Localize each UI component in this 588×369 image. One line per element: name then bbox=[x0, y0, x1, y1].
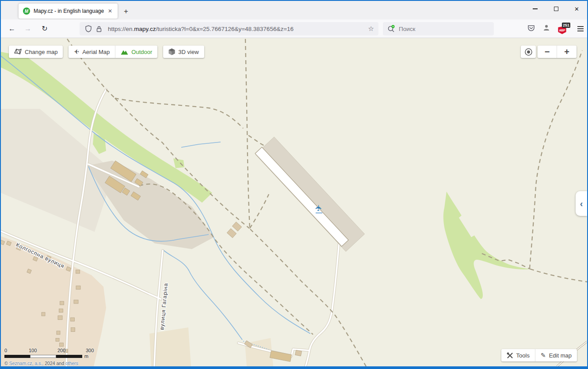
mapy-favicon-icon: M bbox=[23, 8, 30, 15]
toolbar-extensions: ABP 251 bbox=[527, 19, 584, 38]
maximize-button[interactable] bbox=[546, 1, 566, 17]
scale-unit: m bbox=[84, 354, 88, 358]
tools-icon bbox=[507, 352, 513, 359]
map-tools-bar: Tools ✎ Edit map bbox=[501, 349, 577, 361]
search-icon bbox=[387, 25, 395, 33]
plane-icon: ✈ bbox=[74, 48, 79, 55]
airport-plane-icon[interactable]: ✈ bbox=[314, 204, 324, 212]
cube-icon bbox=[168, 48, 175, 55]
close-icon: ✕ bbox=[574, 6, 579, 12]
adblock-icon[interactable]: ABP 251 bbox=[558, 23, 569, 34]
edit-map-button[interactable]: ✎ Edit map bbox=[535, 349, 577, 361]
minimize-icon bbox=[533, 8, 538, 9]
aerial-map-label: Aerial Map bbox=[82, 49, 110, 55]
aerial-map-button[interactable]: ✈ Aerial Map bbox=[69, 46, 115, 58]
change-map-button[interactable]: Change map bbox=[9, 46, 63, 58]
pencil-icon: ✎ bbox=[541, 352, 546, 359]
tab-close-icon[interactable]: ✕ bbox=[106, 7, 114, 15]
tab-bar: M Mapy.cz - in English language ✕ + ✕ bbox=[1, 1, 587, 19]
bookmark-star-icon[interactable]: ☆ bbox=[368, 25, 374, 33]
zoom-control: − + bbox=[538, 46, 577, 58]
3d-view-button[interactable]: 3D view bbox=[163, 46, 204, 58]
map-attribution: © Seznam.cz, a.s., 2024 and others bbox=[4, 361, 78, 366]
tracking-protection-shield-icon[interactable] bbox=[85, 25, 92, 32]
reload-button[interactable]: ↻ bbox=[38, 22, 51, 35]
window-controls: ✕ bbox=[525, 1, 587, 17]
location-target-icon bbox=[524, 48, 533, 56]
map-layer-controls: Change map ✈ Aerial Map Outdoor 3D view bbox=[9, 46, 204, 58]
tools-label: Tools bbox=[516, 352, 530, 359]
outdoor-label: Outdoor bbox=[131, 49, 152, 55]
mountains-icon bbox=[121, 49, 128, 55]
account-extension-icon[interactable] bbox=[543, 24, 550, 33]
browser-window: M Mapy.cz - in English language ✕ + ✕ ← … bbox=[0, 0, 588, 369]
attribution-source-link[interactable]: Seznam.cz, a.s., bbox=[9, 361, 44, 366]
zoom-out-button[interactable]: − bbox=[538, 46, 557, 58]
menu-icon[interactable] bbox=[577, 26, 584, 31]
airport-label bbox=[316, 212, 322, 214]
search-bar[interactable] bbox=[383, 22, 494, 35]
map-graphics: ✈ bbox=[1, 38, 587, 366]
map-canvas[interactable]: ✈ bbox=[1, 38, 587, 366]
pocket-icon[interactable] bbox=[527, 24, 535, 34]
layers-icon bbox=[14, 49, 22, 55]
scale-tick: 200 bbox=[57, 348, 65, 353]
edit-map-label: Edit map bbox=[549, 352, 572, 359]
new-tab-button[interactable]: + bbox=[124, 7, 128, 16]
tab-title: Mapy.cz - in English language bbox=[34, 8, 106, 14]
attribution-others-link[interactable]: others bbox=[65, 361, 78, 366]
3d-view-label: 3D view bbox=[178, 49, 199, 55]
scale-tick: 100 bbox=[29, 348, 37, 353]
scale-tick: 300 bbox=[86, 348, 94, 353]
lock-icon[interactable] bbox=[96, 26, 102, 32]
maximize-icon bbox=[554, 7, 558, 11]
search-input[interactable] bbox=[399, 26, 489, 32]
my-location-button[interactable] bbox=[521, 46, 536, 58]
expand-panel-button[interactable]: ‹ bbox=[576, 191, 587, 216]
map-type-switch: ✈ Aerial Map Outdoor bbox=[69, 46, 157, 58]
adblock-count-badge: 251 bbox=[562, 23, 570, 28]
back-button[interactable]: ← bbox=[5, 22, 19, 35]
close-button[interactable]: ✕ bbox=[566, 1, 587, 17]
change-map-label: Change map bbox=[25, 49, 57, 55]
minimize-button[interactable] bbox=[525, 1, 546, 17]
url-bar[interactable]: https://en.mapy.cz/turisticka?l=0&x=25.7… bbox=[80, 22, 378, 35]
url-text: https://en.mapy.cz/turisticka?l=0&x=25.7… bbox=[108, 26, 365, 32]
navigation-toolbar: ← → ↻ https://en.mapy.cz/turisticka?l=0&… bbox=[1, 19, 587, 38]
scale-bar: 0 100 200 300 m bbox=[4, 348, 102, 358]
tab-mapy[interactable]: M Mapy.cz - in English language ✕ bbox=[19, 4, 118, 19]
forward-button[interactable]: → bbox=[21, 22, 34, 35]
zoom-in-button[interactable]: + bbox=[557, 46, 577, 58]
tools-button[interactable]: Tools bbox=[501, 349, 535, 361]
outdoor-map-button[interactable]: Outdoor bbox=[115, 46, 157, 58]
scale-tick: 0 bbox=[4, 348, 7, 353]
